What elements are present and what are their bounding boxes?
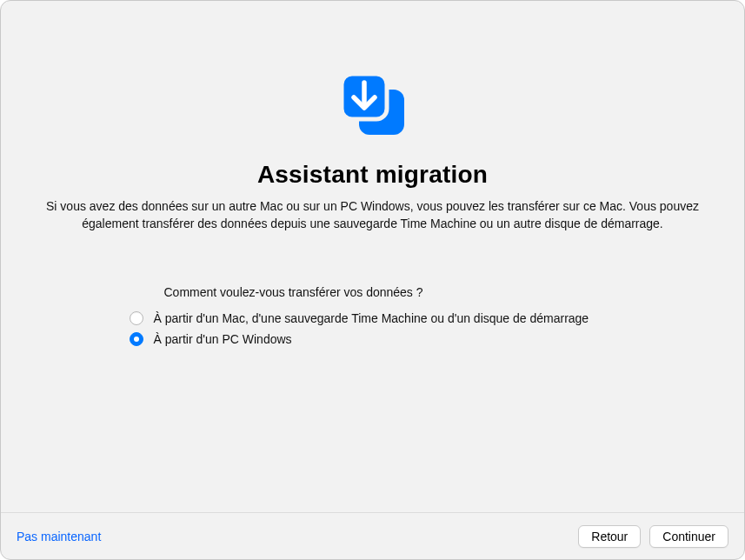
back-button[interactable]: Retour (578, 525, 641, 548)
page-description: Si vous avez des données sur un autre Ma… (4, 197, 742, 233)
radio-checked-icon (130, 332, 143, 346)
footer-bar: Pas maintenant Retour Continuer (1, 512, 744, 559)
option-label: À partir d'un Mac, d'une sauvegarde Time… (154, 311, 589, 325)
not-now-link[interactable]: Pas maintenant (17, 530, 101, 543)
radio-unchecked-icon (130, 311, 143, 325)
option-from-windows-pc[interactable]: À partir d'un PC Windows (130, 332, 616, 346)
content-area: Assistant migration Si vous avez des don… (1, 1, 744, 503)
continue-button[interactable]: Continuer (649, 525, 728, 548)
transfer-options: Comment voulez-vous transférer vos donné… (130, 285, 616, 346)
option-label: À partir d'un PC Windows (154, 332, 292, 346)
migration-assistant-window: Assistant migration Si vous avez des don… (0, 0, 745, 560)
migration-download-icon (1, 69, 744, 145)
page-title: Assistant migration (1, 161, 744, 189)
option-from-mac[interactable]: À partir d'un Mac, d'une sauvegarde Time… (130, 311, 616, 325)
transfer-question: Comment voulez-vous transférer vos donné… (164, 285, 616, 299)
